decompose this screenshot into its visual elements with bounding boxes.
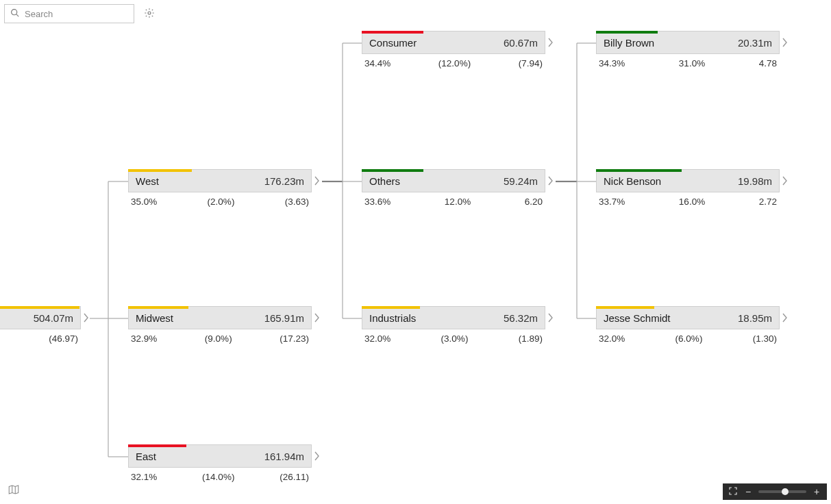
node-billy-brown[interactable]: Billy Brown 20.31m 34.3% 31.0% 4.78: [596, 31, 780, 68]
node-value: 19.98m: [732, 175, 772, 187]
node-title: Industrials: [369, 312, 416, 324]
node-title: Consumer: [369, 37, 417, 49]
zoom-controls: − +: [723, 483, 827, 500]
node-bar: [128, 169, 192, 172]
zoom-slider-thumb[interactable]: [782, 488, 789, 495]
expand-handle[interactable]: [312, 449, 321, 463]
map-icon: [8, 483, 20, 498]
node-nick-benson[interactable]: Nick Benson 19.98m 33.7% 16.0% 2.72: [596, 169, 780, 207]
expand-handle[interactable]: [82, 311, 90, 325]
fit-icon: [729, 487, 737, 496]
node-bar: [128, 444, 186, 447]
expand-handle[interactable]: [546, 311, 554, 325]
node-bar: [362, 31, 423, 34]
node-metrics: 35.0% (2.0%) (3.63): [128, 192, 312, 207]
node-title: Billy Brown: [604, 37, 654, 49]
node-bar: [128, 306, 188, 309]
node-value: 59.24m: [498, 175, 538, 187]
node-root-metrics: (46.97): [0, 329, 81, 344]
node-metrics: 32.0% (3.0%) (1.89): [362, 329, 545, 344]
zoom-in-button[interactable]: +: [812, 487, 821, 496]
expand-handle[interactable]: [546, 36, 554, 49]
node-west[interactable]: West 176.23m 35.0% (2.0%) (3.63): [128, 169, 312, 207]
expand-handle[interactable]: [780, 174, 789, 188]
expand-handle[interactable]: [780, 36, 789, 49]
fit-to-screen-button[interactable]: [728, 487, 738, 496]
node-metrics: 32.0% (6.0%) (1.30): [596, 329, 780, 344]
node-title: Jesse Schmidt: [604, 312, 671, 324]
node-value: 165.91m: [259, 312, 304, 324]
node-bar: [362, 169, 423, 172]
node-metrics: 34.4% (12.0%) (7.94): [362, 54, 545, 68]
node-value: 176.23m: [259, 175, 304, 187]
expand-handle[interactable]: [312, 174, 321, 188]
node-value: 161.94m: [259, 451, 304, 462]
node-metrics: 32.9% (9.0%) (17.23): [128, 329, 312, 344]
node-metrics: 32.1% (14.0%) (26.11): [128, 468, 312, 482]
node-bar: [596, 306, 654, 309]
node-others[interactable]: Others 59.24m 33.6% 12.0% 6.20: [362, 169, 545, 207]
node-bar: [596, 169, 682, 172]
node-title: West: [136, 175, 159, 187]
expand-handle[interactable]: [780, 311, 789, 325]
node-title: East: [136, 451, 156, 462]
tree-canvas: 504.07m (46.97) West 176.23m 35.0% (2.0%…: [0, 0, 831, 504]
node-title: Others: [369, 175, 400, 187]
node-value: 20.31m: [732, 37, 772, 49]
node-root[interactable]: 504.07m (46.97): [0, 306, 81, 344]
node-metrics: 33.6% 12.0% 6.20: [362, 192, 545, 207]
node-title: Midwest: [136, 312, 173, 324]
node-jesse-schmidt[interactable]: Jesse Schmidt 18.95m 32.0% (6.0%) (1.30): [596, 306, 780, 344]
node-value: 56.32m: [498, 312, 538, 324]
node-midwest[interactable]: Midwest 165.91m 32.9% (9.0%) (17.23): [128, 306, 312, 344]
minimap-button[interactable]: [7, 483, 21, 497]
zoom-out-button[interactable]: −: [743, 487, 753, 496]
zoom-slider[interactable]: [758, 490, 806, 493]
node-value: 60.67m: [498, 37, 538, 49]
node-title: Nick Benson: [604, 175, 661, 187]
node-consumer[interactable]: Consumer 60.67m 34.4% (12.0%) (7.94): [362, 31, 545, 68]
plus-icon: +: [814, 487, 819, 496]
node-bar: [362, 306, 420, 309]
node-east[interactable]: East 161.94m 32.1% (14.0%) (26.11): [128, 444, 312, 482]
minus-icon: −: [745, 487, 751, 496]
node-industrials[interactable]: Industrials 56.32m 32.0% (3.0%) (1.89): [362, 306, 545, 344]
node-value: 18.95m: [732, 312, 772, 324]
node-metrics: 33.7% 16.0% 2.72: [596, 192, 780, 207]
node-root-bar: [0, 306, 79, 309]
node-metrics: 34.3% 31.0% 4.78: [596, 54, 780, 68]
node-bar: [596, 31, 658, 34]
expand-handle[interactable]: [546, 174, 554, 188]
expand-handle[interactable]: [312, 311, 321, 325]
node-root-value: 504.07m: [28, 312, 73, 324]
connectors: [0, 0, 831, 504]
